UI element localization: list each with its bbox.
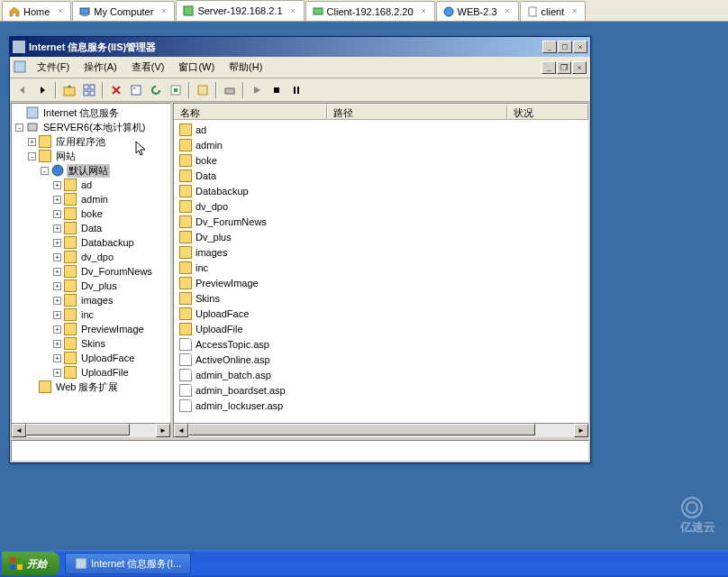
expand-toggle[interactable]: + — [53, 210, 61, 218]
tree-item[interactable]: +admin — [14, 192, 168, 206]
expand-toggle[interactable]: + — [53, 224, 61, 233]
expand-toggle[interactable]: - — [15, 124, 23, 132]
minimize-button[interactable]: _ — [542, 41, 557, 53]
stop-button[interactable] — [268, 81, 286, 99]
tree-item[interactable]: +UploadFace — [14, 351, 168, 365]
tree-item[interactable]: +images — [14, 293, 168, 307]
expand-toggle[interactable]: + — [53, 311, 61, 319]
tree-item[interactable]: +Dv_ForumNews — [14, 264, 168, 279]
tree-item[interactable]: -默认网站 — [14, 163, 168, 178]
tab-mycomputer[interactable]: My Computer × — [72, 1, 175, 21]
col-status[interactable]: 状况 — [507, 104, 588, 119]
tree-item[interactable]: +应用程序池 — [14, 134, 168, 149]
list-item[interactable]: Skins — [176, 290, 587, 306]
list-item[interactable]: Data — [176, 168, 587, 183]
tab-client2[interactable]: client × — [520, 1, 587, 21]
close-icon[interactable]: × — [159, 6, 168, 16]
scroll-left-button[interactable]: ◄ — [174, 424, 188, 437]
tab-home[interactable]: Home × — [2, 1, 71, 21]
expand-toggle[interactable]: + — [53, 282, 61, 290]
list-item[interactable]: admin — [176, 137, 587, 152]
list-item[interactable]: admin_boardset.asp — [176, 382, 587, 398]
tree-item[interactable]: +Dv_plus — [14, 279, 168, 293]
inner-close-button[interactable]: × — [572, 61, 587, 74]
inner-restore-button[interactable]: ❐ — [557, 61, 571, 74]
close-icon[interactable]: × — [419, 6, 429, 16]
tab-server[interactable]: Server-192.168.2.1 × — [176, 0, 304, 21]
list-item[interactable]: Databackup — [176, 183, 587, 198]
tree-item[interactable]: +Skins — [14, 336, 168, 351]
close-button[interactable]: × — [573, 41, 587, 53]
list-item[interactable]: PreviewImage — [176, 275, 587, 290]
window-titlebar[interactable]: Internet 信息服务(IIS)管理器 _ □ × — [10, 37, 590, 57]
scroll-track[interactable] — [188, 424, 574, 437]
up-button[interactable] — [60, 81, 78, 99]
list-item[interactable]: ActiveOnline.asp — [176, 352, 587, 367]
connect-button[interactable] — [221, 81, 239, 99]
export-button[interactable] — [167, 81, 185, 99]
expand-toggle[interactable]: + — [53, 239, 61, 247]
menu-help[interactable]: 帮助(H) — [223, 59, 268, 76]
list-item[interactable]: Dv_ForumNews — [176, 214, 587, 229]
tree-item[interactable]: +boke — [14, 206, 168, 221]
refresh-button[interactable] — [147, 81, 165, 99]
expand-toggle[interactable]: + — [53, 354, 61, 362]
list-item[interactable]: admin_batch.asp — [176, 367, 587, 382]
toolbar-button-1[interactable] — [194, 81, 212, 99]
tree-item[interactable]: +ad — [14, 178, 168, 192]
scroll-left-button[interactable]: ◄ — [12, 424, 26, 437]
delete-button[interactable] — [107, 81, 125, 99]
scroll-right-button[interactable]: ► — [574, 424, 588, 437]
pause-button[interactable] — [287, 81, 305, 99]
col-name[interactable]: 名称 — [174, 104, 327, 119]
list-item[interactable]: Dv_plus — [176, 229, 587, 244]
list-item[interactable]: ad — [176, 122, 587, 137]
play-button[interactable] — [248, 81, 266, 99]
tree-item[interactable]: -SERVER6(本地计算机) — [14, 120, 168, 134]
scroll-track[interactable] — [26, 424, 156, 437]
expand-toggle[interactable]: + — [53, 297, 61, 305]
tree-item[interactable]: +UploadFile — [14, 365, 168, 380]
expand-toggle[interactable]: - — [41, 167, 49, 175]
tree-item[interactable]: +Data — [14, 221, 168, 235]
list-item[interactable]: inc — [176, 260, 587, 275]
list-item[interactable]: admin_lockuser.asp — [176, 398, 587, 413]
tree-item[interactable]: +PreviewImage — [14, 322, 168, 336]
list-item[interactable]: boke — [176, 152, 587, 168]
expand-toggle[interactable]: + — [53, 253, 61, 261]
tab-client[interactable]: Client-192.168.2.20 × — [305, 1, 435, 21]
start-button[interactable]: 开始 — [2, 552, 59, 575]
list-item[interactable]: UploadFile — [176, 321, 587, 336]
col-path[interactable]: 路径 — [327, 104, 507, 119]
tree-item[interactable]: Internet 信息服务 — [14, 105, 168, 120]
inner-minimize-button[interactable]: _ — [541, 61, 556, 74]
close-icon[interactable]: × — [55, 6, 65, 16]
expand-toggle[interactable]: - — [28, 152, 36, 160]
menu-action[interactable]: 操作(A) — [78, 59, 123, 76]
expand-toggle[interactable]: + — [53, 369, 61, 377]
tree-item[interactable]: +dv_dpo — [14, 250, 168, 264]
menu-window[interactable]: 窗口(W) — [173, 59, 220, 76]
expand-toggle[interactable]: + — [53, 181, 61, 189]
view-toggle-button[interactable] — [80, 81, 98, 99]
expand-toggle[interactable]: + — [28, 138, 36, 146]
properties-button[interactable] — [127, 81, 145, 99]
expand-toggle[interactable]: + — [53, 340, 61, 348]
tree-item[interactable]: +Databackup — [14, 235, 168, 250]
close-icon[interactable]: × — [569, 6, 579, 16]
maximize-button[interactable]: □ — [558, 41, 572, 53]
app-menu-icon[interactable] — [14, 60, 28, 75]
list-item[interactable]: images — [176, 244, 587, 260]
expand-toggle[interactable]: + — [53, 268, 61, 276]
menu-view[interactable]: 查看(V) — [126, 59, 170, 76]
tree-item[interactable]: -网站 — [14, 149, 168, 163]
close-icon[interactable]: × — [503, 6, 513, 16]
expand-toggle[interactable]: + — [53, 196, 61, 204]
menu-file[interactable]: 文件(F) — [32, 59, 75, 76]
back-button[interactable] — [14, 81, 32, 99]
taskbar-app-button[interactable]: Internet 信息服务(I... — [65, 553, 191, 574]
expand-toggle[interactable]: + — [53, 325, 61, 334]
tree-item[interactable]: +inc — [14, 307, 168, 322]
scroll-right-button[interactable]: ► — [156, 424, 170, 437]
list-item[interactable]: AccessTopic.asp — [176, 336, 587, 352]
